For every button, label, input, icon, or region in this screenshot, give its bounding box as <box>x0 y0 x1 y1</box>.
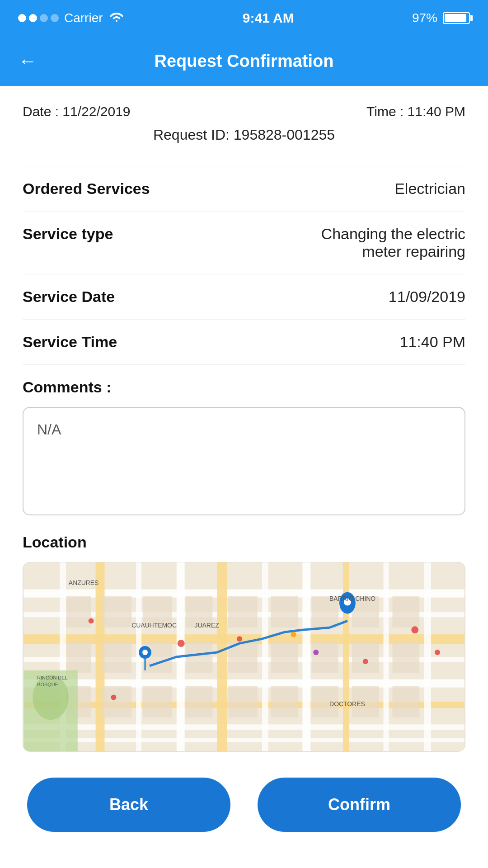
status-bar: Carrier 9:41 AM 97% <box>0 0 488 36</box>
time-label: Time : 11:40 PM <box>366 104 465 119</box>
svg-point-54 <box>178 640 185 647</box>
battery-fill <box>445 14 466 22</box>
signal-dot-2 <box>29 14 37 22</box>
comments-box[interactable]: N/A <box>23 407 465 515</box>
svg-point-62 <box>435 650 440 655</box>
svg-rect-24 <box>271 596 298 628</box>
service-time-row: Service Time 11:40 PM <box>23 319 465 364</box>
svg-rect-14 <box>262 562 268 751</box>
location-section: Location <box>23 515 465 752</box>
battery-percent: 97% <box>412 11 437 25</box>
svg-point-55 <box>237 636 242 642</box>
status-right: 97% <box>412 11 470 25</box>
svg-rect-23 <box>228 596 258 628</box>
service-date-label: Service Date <box>23 288 115 306</box>
service-time-label: Service Time <box>23 333 117 351</box>
svg-rect-40 <box>186 686 213 718</box>
svg-point-57 <box>313 650 319 655</box>
location-label: Location <box>23 533 465 551</box>
service-date-value: 11/09/2019 <box>389 288 465 306</box>
wifi-icon <box>108 11 125 26</box>
ordered-services-value: Electrician <box>394 180 465 198</box>
battery-icon <box>443 12 470 24</box>
svg-rect-7 <box>23 724 464 730</box>
svg-text:DOCTORES: DOCTORES <box>329 700 365 708</box>
content-area: Date : 11/22/2019 Time : 11:40 PM Reques… <box>0 86 488 770</box>
header: ← Request Confirmation <box>0 36 488 86</box>
svg-rect-45 <box>392 686 419 718</box>
svg-rect-15 <box>302 562 310 751</box>
svg-rect-8 <box>23 738 464 742</box>
status-left: Carrier <box>18 11 125 26</box>
svg-point-61 <box>411 626 418 633</box>
svg-rect-20 <box>103 596 132 628</box>
svg-rect-35 <box>352 641 379 673</box>
svg-rect-34 <box>311 641 338 673</box>
comments-section: Comments : N/A <box>23 364 465 515</box>
svg-rect-19 <box>66 596 91 628</box>
service-type-row: Service type Changing the electricmeter … <box>23 211 465 274</box>
map-container[interactable]: ANZURES RINCON DEL BOSQUE CUAUHTEMOC JUA… <box>23 562 465 752</box>
service-type-label: Service type <box>23 225 113 243</box>
svg-point-58 <box>89 618 94 623</box>
signal-dot-3 <box>40 14 48 22</box>
svg-text:JUAREZ: JUAREZ <box>195 622 220 629</box>
date-label: Date : 11/22/2019 <box>23 104 131 119</box>
svg-rect-29 <box>103 641 132 673</box>
svg-point-59 <box>111 695 116 700</box>
status-time: 9:41 AM <box>243 10 294 26</box>
svg-text:ANZURES: ANZURES <box>69 579 99 586</box>
ordered-services-row: Ordered Services Electrician <box>23 166 465 211</box>
comments-value: N/A <box>37 421 61 438</box>
svg-text:BOSQUE: BOSQUE <box>37 682 58 687</box>
svg-rect-42 <box>271 686 298 718</box>
svg-rect-13 <box>217 562 227 751</box>
svg-rect-41 <box>228 686 258 718</box>
svg-rect-11 <box>136 562 141 751</box>
svg-rect-28 <box>66 641 91 673</box>
svg-point-56 <box>291 632 296 637</box>
svg-rect-27 <box>392 596 419 628</box>
svg-rect-16 <box>343 562 349 751</box>
svg-rect-36 <box>392 641 419 673</box>
svg-rect-38 <box>103 686 132 718</box>
service-type-value: Changing the electricmeter repairing <box>321 225 465 260</box>
service-date-row: Service Date 11/09/2019 <box>23 274 465 319</box>
back-button[interactable]: Back <box>27 778 230 832</box>
svg-text:CUAUHTEMOC: CUAUHTEMOC <box>131 622 177 629</box>
carrier-label: Carrier <box>64 11 103 25</box>
confirm-button[interactable]: Confirm <box>258 778 461 832</box>
svg-text:BARRIO CHINO: BARRIO CHINO <box>329 595 375 602</box>
comments-label: Comments : <box>23 378 465 396</box>
svg-rect-31 <box>186 641 213 673</box>
ordered-services-label: Ordered Services <box>23 180 150 198</box>
svg-point-60 <box>363 659 368 664</box>
svg-rect-17 <box>384 562 389 751</box>
back-arrow-icon[interactable]: ← <box>18 50 37 72</box>
request-id: Request ID: 195828-001255 <box>23 127 465 143</box>
signal-dot-1 <box>18 14 26 22</box>
map-view: ANZURES RINCON DEL BOSQUE CUAUHTEMOC JUA… <box>23 562 465 751</box>
page-title: Request Confirmation <box>155 52 334 71</box>
svg-rect-39 <box>143 686 172 718</box>
service-time-value: 11:40 PM <box>399 333 465 351</box>
svg-point-49 <box>142 650 148 655</box>
svg-rect-18 <box>424 562 431 751</box>
date-time-row: Date : 11/22/2019 Time : 11:40 PM <box>23 104 465 119</box>
buttons-row: Back Confirm <box>0 778 488 832</box>
svg-rect-33 <box>271 641 298 673</box>
signal-dot-4 <box>51 14 59 22</box>
svg-text:RINCON DEL: RINCON DEL <box>37 675 67 680</box>
signal-dots <box>18 14 59 22</box>
